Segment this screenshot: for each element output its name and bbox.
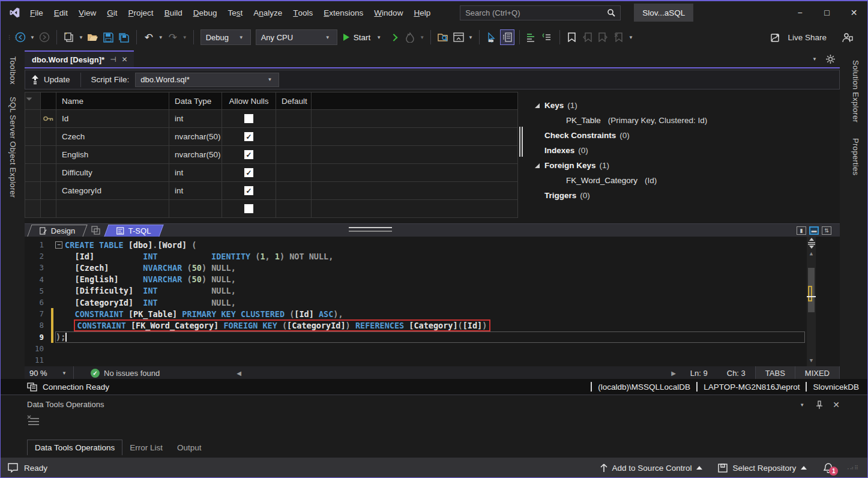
undo-caret-icon[interactable]: ▼ [158, 35, 163, 40]
row-selector[interactable] [25, 146, 41, 163]
sidebar-tab-properties[interactable]: Properties [851, 132, 860, 181]
panel-tab-error-list[interactable]: Error List [122, 440, 170, 455]
feedback-icon[interactable] [8, 463, 18, 473]
keys-tree-item[interactable]: PK_Table(Primary Key, Clustered: Id) [531, 113, 840, 128]
tab-design[interactable]: Design [27, 225, 88, 237]
navigate-forward-icon[interactable] [37, 29, 52, 45]
search-input[interactable]: Search (Ctrl+Q) [460, 5, 621, 20]
default-cell[interactable] [276, 164, 312, 181]
column-type-cell[interactable]: int [169, 164, 222, 181]
default-cell[interactable] [276, 146, 312, 163]
table-row[interactable]: Czechnvarchar(50)✓ [25, 128, 517, 146]
code-line[interactable]: 1−CREATE TABLE [dbo].[Word] ( [25, 239, 840, 250]
code-line[interactable]: 3 [Czech] NVARCHAR (50) NULL, [25, 262, 840, 273]
keys-tree-item[interactable]: Triggers(0) [531, 188, 840, 203]
redo-icon[interactable]: ↷ [166, 29, 180, 45]
grid-select-all-cell[interactable] [25, 92, 41, 109]
column-name-cell[interactable]: Difficulty [56, 164, 169, 181]
menu-debug[interactable]: Debug [188, 5, 223, 20]
menu-test[interactable]: Test [222, 5, 248, 20]
column-type-cell[interactable]: nvarchar(50) [169, 146, 222, 163]
save-icon[interactable] [101, 29, 116, 45]
resize-grip[interactable]: ⠠⠴⠿ [845, 465, 859, 471]
table-row[interactable]: CategoryIdint✓ [25, 182, 517, 200]
solution-platforms-select[interactable]: Any CPU▼ [256, 29, 337, 45]
account-icon[interactable] [842, 32, 853, 43]
row-selector[interactable] [25, 182, 41, 199]
menu-extensions[interactable]: Extensions [318, 5, 369, 20]
allow-nulls-checkbox[interactable] [244, 114, 253, 123]
new-project-caret-icon[interactable]: ▼ [79, 35, 83, 40]
table-row[interactable]: Difficultyint✓ [25, 164, 517, 182]
start-caret-icon[interactable]: ▼ [376, 35, 381, 40]
code-line[interactable]: 8 CONSTRAINT [FK_Word_Category] FOREIGN … [25, 319, 840, 331]
default-cell[interactable] [276, 128, 312, 145]
redo-caret-icon[interactable]: ▼ [182, 35, 187, 40]
column-name-cell[interactable]: English [56, 146, 169, 163]
column-type-cell[interactable]: int [169, 110, 222, 127]
menu-window[interactable]: Window [369, 5, 408, 20]
clear-bookmarks-icon[interactable] [612, 29, 626, 45]
swap-layout-icon[interactable]: ⇅ [822, 226, 831, 235]
hot-reload-caret-icon[interactable]: ▼ [420, 35, 424, 40]
live-share-icon[interactable] [771, 32, 783, 43]
default-cell[interactable] [276, 200, 312, 217]
clear-operations-icon[interactable] [27, 415, 867, 427]
menu-build[interactable]: Build [159, 5, 188, 20]
panel-tab-output[interactable]: Output [170, 440, 209, 455]
row-selector[interactable] [25, 200, 41, 217]
pin-tab-icon[interactable]: ⊣ [110, 55, 116, 64]
menu-help[interactable]: Help [408, 5, 436, 20]
allow-nulls-checkbox[interactable]: ✓ [244, 132, 253, 141]
code-line[interactable]: 9); [25, 331, 840, 343]
panel-menu-caret-icon[interactable]: ▼ [800, 402, 804, 408]
keys-tree-item[interactable]: Check Constraints(0) [531, 128, 840, 143]
line-ending-button[interactable]: MIXED [795, 366, 840, 380]
column-name-cell[interactable]: Id [56, 110, 169, 127]
expanded-arrow-icon[interactable] [535, 103, 540, 108]
run-without-debug-icon[interactable] [387, 29, 402, 45]
solution-home-caret-icon[interactable]: ▼ [468, 35, 473, 40]
find-in-files-icon[interactable] [436, 29, 450, 45]
hot-reload-icon[interactable] [403, 29, 417, 45]
script-file-select[interactable]: dbo.Word.sql*▼ [135, 73, 279, 87]
edit-rows-icon[interactable] [540, 29, 555, 45]
solution-home-icon[interactable] [451, 29, 466, 45]
add-to-source-control-button[interactable]: Add to Source Control [595, 464, 708, 473]
solution-configurations-select[interactable]: Debug▼ [200, 29, 251, 45]
undo-icon[interactable]: ↶ [142, 29, 156, 45]
close-panel-icon[interactable]: ✕ [833, 400, 840, 410]
column-type-cell[interactable]: nvarchar(50) [169, 128, 222, 145]
code-line[interactable]: 11 [25, 354, 840, 366]
live-share-label[interactable]: Live Share [788, 33, 827, 42]
scroll-down-icon[interactable]: ▼ [810, 355, 813, 365]
toolbar-grip[interactable]: ⋮⋮ [7, 36, 13, 39]
keys-tree-item[interactable]: Foreign Keys(1) [531, 158, 840, 173]
bookmarks-caret-icon[interactable]: ▼ [628, 35, 633, 40]
new-project-icon[interactable] [62, 29, 76, 45]
row-selector[interactable] [25, 128, 41, 145]
pin-panel-icon[interactable] [816, 401, 823, 410]
minimize-button[interactable]: − [786, 2, 813, 23]
editor-split-grip-icon[interactable] [808, 237, 815, 249]
allow-nulls-checkbox[interactable]: ✓ [244, 150, 253, 159]
hscroll-left-icon[interactable]: ◀ [232, 370, 246, 377]
add-rows-icon[interactable] [525, 29, 539, 45]
swap-panes-icon[interactable] [91, 224, 100, 237]
column-name-cell[interactable]: CategoryId [56, 182, 169, 199]
allow-nulls-checkbox[interactable]: ✓ [244, 168, 253, 177]
settings-gear-icon[interactable] [826, 55, 835, 64]
menu-tools[interactable]: Tools [288, 5, 318, 20]
notifications-button[interactable]: 1 [824, 463, 833, 473]
collapse-region-icon[interactable]: − [55, 241, 62, 249]
table-designer-icon[interactable] [500, 29, 514, 45]
open-file-icon[interactable] [86, 29, 100, 45]
scroll-up-icon[interactable]: ▲ [810, 249, 813, 258]
close-tab-icon[interactable]: ✕ [122, 55, 128, 64]
split-vertical-icon[interactable]: ▮ [797, 226, 806, 235]
sidebar-tab-sql-server-object-explorer[interactable]: SQL Server Object Explorer [8, 91, 17, 204]
pointer-tool-icon[interactable] [484, 29, 499, 45]
zoom-select[interactable]: 90 %▼ [25, 366, 74, 380]
sidebar-tab-solution-explorer[interactable]: Solution Explorer [851, 54, 860, 129]
allow-nulls-checkbox[interactable] [244, 204, 253, 213]
